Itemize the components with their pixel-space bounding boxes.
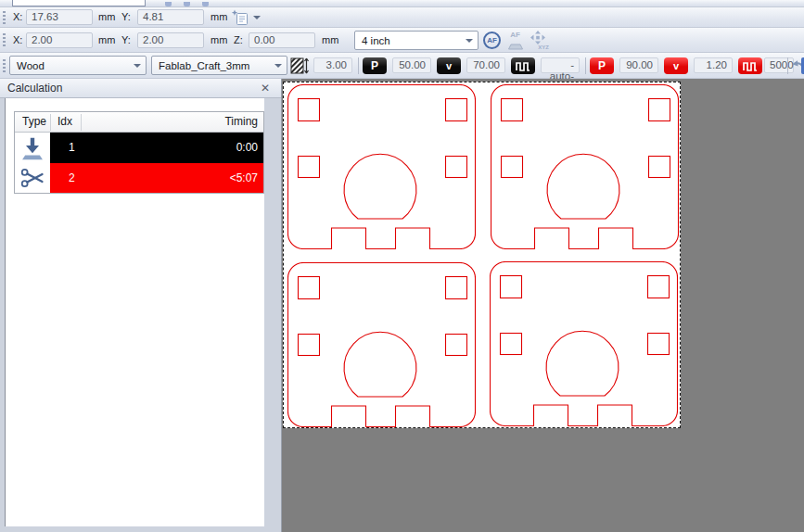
toolbar-clipped-top bbox=[0, 0, 804, 7]
separator bbox=[787, 57, 788, 74]
y-coord-input[interactable]: 2.00 bbox=[137, 32, 204, 48]
thickness-value[interactable]: 3.00 bbox=[313, 57, 352, 73]
table-header: Type Idx Timing bbox=[15, 112, 263, 133]
toolbar-grip[interactable] bbox=[3, 33, 6, 46]
x-coord-label: X: bbox=[13, 34, 22, 45]
engrave-type-icon bbox=[15, 133, 50, 163]
x-pos-unit: mm bbox=[98, 11, 115, 22]
engrave-power-value[interactable]: 50.00 bbox=[392, 57, 431, 73]
separator bbox=[358, 57, 359, 74]
y-coord-label: Y: bbox=[121, 34, 131, 45]
row-idx: 2 bbox=[69, 171, 75, 184]
engrave-frequency-icon bbox=[511, 57, 535, 74]
y-pos-unit: mm bbox=[211, 11, 227, 22]
table-row[interactable]: 2 <5:07 bbox=[15, 163, 263, 193]
cut-panel-shape[interactable] bbox=[490, 261, 678, 426]
y-pos-label: Y: bbox=[121, 11, 131, 22]
chevron-down-icon bbox=[466, 39, 473, 43]
cut-panel-shape[interactable] bbox=[491, 84, 679, 249]
engrave-frequency-value[interactable]: -auto- bbox=[541, 57, 580, 73]
application-window: X: 17.63 mm Y: 4.81 mm X: 2.00 mm Y: 2.0… bbox=[0, 0, 804, 532]
clipped-button-3 bbox=[202, 2, 209, 6]
row-timing: <5:07 bbox=[230, 171, 258, 184]
header-idx: Idx bbox=[57, 115, 72, 128]
toolbar-machine-coords: X: 2.00 mm Y: 2.00 mm Z: 0.00 mm 4 inch … bbox=[0, 28, 804, 53]
af-move-table-icon[interactable]: AF bbox=[506, 31, 524, 50]
cut-speed-icon: v bbox=[664, 57, 688, 74]
parameter-set-value: Fablab_Craft_3mm bbox=[159, 60, 249, 71]
calculation-panel-body: Type Idx Timing 1 0:00 bbox=[5, 98, 264, 526]
workspace-canvas[interactable] bbox=[282, 79, 804, 532]
y-pos-input[interactable]: 4.81 bbox=[137, 9, 204, 25]
material-thickness-icon bbox=[290, 57, 310, 75]
z-coord-input[interactable]: 0.00 bbox=[249, 32, 315, 48]
selected-artboard[interactable] bbox=[283, 82, 681, 428]
row-idx: 1 bbox=[69, 141, 75, 154]
toolbar-position: X: 17.63 mm Y: 4.81 mm bbox=[0, 7, 804, 28]
separator bbox=[585, 57, 586, 74]
x-pos-label: X: bbox=[13, 11, 22, 22]
template-icon[interactable] bbox=[230, 9, 250, 26]
table-row[interactable]: 1 0:00 bbox=[15, 133, 263, 163]
cut-type-icon bbox=[15, 163, 50, 193]
material-select-value: Wood bbox=[17, 60, 45, 71]
material-select[interactable]: Wood bbox=[9, 56, 147, 75]
column-divider bbox=[50, 114, 51, 131]
row-timing: 0:00 bbox=[236, 141, 258, 154]
y-coord-unit: mm bbox=[211, 34, 227, 45]
header-timing: Timing bbox=[224, 115, 258, 128]
clipped-input bbox=[12, 0, 146, 6]
lens-select[interactable]: 4 inch bbox=[354, 31, 479, 50]
calculation-panel-titlebar[interactable]: Calculation ✕ bbox=[0, 79, 281, 98]
lens-select-value: 4 inch bbox=[362, 35, 390, 46]
autofocus-icon[interactable]: AF bbox=[483, 32, 501, 49]
z-coord-unit: mm bbox=[322, 34, 338, 45]
cut-speed-value[interactable]: 1.20 bbox=[694, 57, 733, 73]
x-pos-input[interactable]: 17.63 bbox=[26, 9, 93, 25]
engrave-power-icon: P bbox=[363, 57, 387, 74]
cut-frequency-icon bbox=[738, 57, 762, 74]
header-type: Type bbox=[22, 115, 46, 128]
close-icon[interactable]: ✕ bbox=[258, 81, 273, 95]
chevron-down-icon bbox=[274, 64, 282, 68]
clipped-button-1 bbox=[165, 2, 172, 6]
toolbar-grip[interactable] bbox=[3, 11, 6, 24]
cut-panel-shape[interactable] bbox=[287, 84, 476, 249]
panel-title: Calculation bbox=[7, 82, 62, 95]
cut-row-strip[interactable]: 2 <5:07 bbox=[50, 163, 263, 193]
x-coord-input[interactable]: 2.00 bbox=[26, 32, 93, 48]
z-coord-label: Z: bbox=[234, 34, 243, 45]
template-dropdown-caret[interactable] bbox=[253, 16, 261, 19]
calculation-panel: Calculation ✕ Type Idx Timing bbox=[0, 79, 282, 532]
cut-panel-shape[interactable] bbox=[287, 262, 476, 427]
toolbar-grip[interactable] bbox=[3, 59, 6, 72]
cut-power-icon: P bbox=[590, 57, 614, 74]
clipped-button-2 bbox=[184, 2, 190, 6]
engrave-speed-icon: v bbox=[437, 57, 461, 74]
chevron-down-icon bbox=[134, 64, 141, 68]
column-divider bbox=[81, 114, 82, 131]
engrave-row-strip[interactable]: 1 0:00 bbox=[50, 133, 263, 163]
xyz-move-icon[interactable]: XYZ bbox=[529, 31, 549, 50]
x-coord-unit: mm bbox=[98, 34, 115, 45]
cut-power-value[interactable]: 90.00 bbox=[619, 57, 658, 73]
calculation-table: Type Idx Timing 1 0:00 bbox=[14, 111, 264, 194]
engrave-speed-value[interactable]: 70.00 bbox=[466, 57, 505, 73]
parameter-set-select[interactable]: Fablab_Craft_3mm bbox=[151, 56, 287, 75]
toolbar-parameters: Wood Fablab_Craft_3mm 3.00 P 50.00 v 70.… bbox=[0, 53, 804, 79]
